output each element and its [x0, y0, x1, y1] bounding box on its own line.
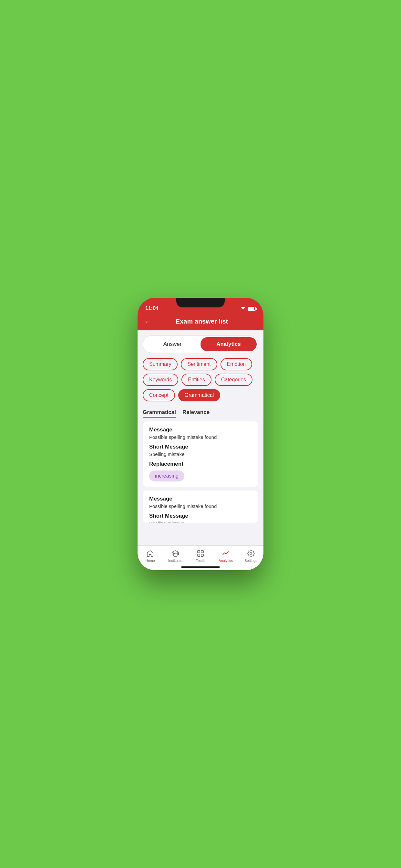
phone-frame: 11:04 ← Exam answer list Answer	[137, 298, 264, 570]
chip-entities[interactable]: Entities	[181, 374, 211, 386]
home-icon	[146, 550, 154, 557]
sub-tab-grammatical[interactable]: Grammatical	[143, 408, 176, 417]
notch	[176, 298, 225, 307]
short-message-value-1: Spelling mistake	[149, 452, 252, 457]
status-icons	[240, 306, 256, 311]
analytics-tab-button[interactable]: Analytics	[201, 337, 257, 351]
page-header: ← Exam answer list	[137, 314, 264, 330]
nav-feeds-label: Feeds	[196, 559, 206, 562]
answer-tab-button[interactable]: Answer	[144, 337, 201, 351]
svg-rect-0	[197, 551, 200, 553]
nav-institutes[interactable]: Institutes	[163, 548, 188, 564]
home-indicator	[181, 566, 220, 568]
svg-rect-1	[201, 551, 204, 553]
view-toggle: Answer Analytics	[143, 336, 258, 353]
wifi-icon	[240, 306, 246, 311]
chip-summary[interactable]: Summary	[143, 358, 178, 370]
settings-icon	[247, 550, 255, 557]
back-button[interactable]: ←	[144, 318, 151, 325]
analytics-icon	[222, 550, 229, 557]
status-time: 11:04	[145, 306, 158, 311]
nav-home[interactable]: Home	[137, 548, 163, 564]
nav-settings-label: Settings	[244, 559, 257, 562]
chip-categories[interactable]: Categories	[215, 374, 252, 386]
main-content: Answer Analytics Summary Sentiment Emoti…	[137, 330, 264, 546]
message-label-1: Message	[149, 427, 252, 433]
feeds-icon	[197, 550, 204, 557]
result-card-2: Message Possible spelling mistake found …	[143, 491, 258, 523]
chip-sentiment[interactable]: Sentiment	[181, 358, 217, 370]
replacement-chip-1[interactable]: increasing	[149, 470, 184, 482]
result-card-1: Message Possible spelling mistake found …	[143, 422, 258, 487]
chip-emotion[interactable]: Emotion	[220, 358, 252, 370]
sub-tab-bar: Grammatical Relevance	[137, 405, 264, 422]
short-message-label-1: Short Message	[149, 444, 252, 450]
battery-icon	[248, 307, 256, 311]
sub-tab-relevance[interactable]: Relevance	[182, 408, 210, 417]
chip-keywords[interactable]: Keywords	[143, 374, 178, 386]
short-message-value-2: Spelling mistake	[149, 521, 252, 523]
message-value-1: Possible spelling mistake found	[149, 434, 252, 440]
replacement-label-1: Replacement	[149, 461, 252, 467]
chip-concept[interactable]: Concept	[143, 389, 175, 401]
message-value-2: Possible spelling mistake found	[149, 503, 252, 509]
svg-rect-2	[197, 554, 200, 556]
svg-rect-3	[201, 554, 204, 556]
filter-chips: Summary Sentiment Emotion Keywords Entit…	[137, 358, 264, 405]
nav-feeds[interactable]: Feeds	[188, 548, 213, 564]
short-message-label-2: Short Message	[149, 513, 252, 519]
nav-analytics[interactable]: Analytics	[213, 548, 238, 564]
page-title: Exam answer list	[156, 318, 247, 325]
nav-home-label: Home	[145, 559, 155, 562]
svg-point-4	[250, 553, 252, 554]
nav-institutes-label: Institutes	[168, 559, 182, 562]
message-label-2: Message	[149, 496, 252, 502]
nav-analytics-label: Analytics	[219, 559, 233, 562]
nav-settings[interactable]: Settings	[238, 548, 264, 564]
phone-screen: 11:04 ← Exam answer list Answer	[137, 298, 264, 570]
institutes-icon	[172, 550, 179, 557]
chip-grammatical[interactable]: Grammatical	[178, 389, 220, 401]
